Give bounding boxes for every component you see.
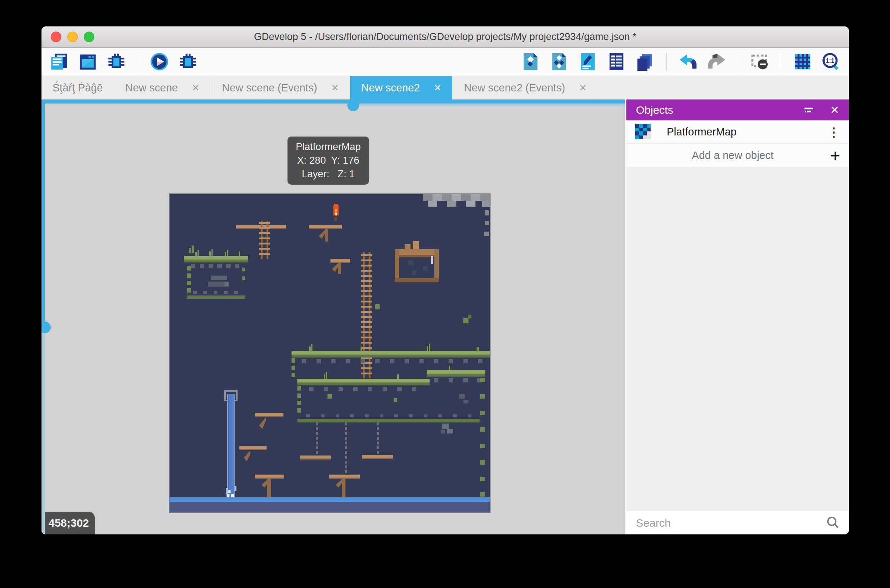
add-object-plus-icon[interactable]: + [830, 147, 840, 164]
tab-close-icon[interactable]: ✕ [579, 82, 587, 93]
objects-panel: Objects ✕ PlatformerMa [626, 99, 849, 534]
filter-icon[interactable] [802, 103, 815, 117]
objects-panel-title: Objects [636, 104, 673, 116]
tab-label: Śţàŕţ Ṗàĝē [53, 82, 103, 94]
minimize-window-button[interactable] [67, 32, 78, 42]
main-toolbar: 1:1 [42, 48, 849, 76]
main-content: PlatformerMap X: 280 Y: 176 Layer: Z: 1 … [42, 99, 849, 534]
object-menu-icon[interactable]: ⋮ [828, 126, 840, 138]
zoom-window-button[interactable] [84, 32, 95, 42]
tab-label: New scene2 [361, 82, 420, 94]
toolbar-left-group [50, 52, 198, 71]
scene-editor-canvas[interactable]: PlatformerMap X: 280 Y: 176 Layer: Z: 1 … [42, 99, 625, 534]
toolbar-right-group: 1:1 [521, 52, 841, 71]
zoom-one-to-one-icon[interactable]: 1:1 [822, 52, 841, 71]
add-object-icon[interactable] [521, 52, 540, 71]
objects-panel-empty-area [626, 167, 849, 511]
debugger-icon[interactable] [107, 52, 126, 71]
toolbar-separator [138, 52, 138, 71]
window-controls [51, 26, 95, 47]
toolbar-separator [666, 52, 667, 71]
layers-icon[interactable] [636, 52, 654, 71]
object-name: PlatformerMap [667, 126, 737, 138]
tab-label: New scene [125, 82, 178, 94]
instance-tooltip: PlatformerMap X: 280 Y: 176 Layer: Z: 1 [288, 136, 369, 184]
project-manager-icon[interactable] [50, 52, 69, 71]
svg-text:1:1: 1:1 [826, 57, 834, 64]
grid-icon[interactable] [793, 52, 812, 71]
instances-list-icon[interactable] [607, 52, 626, 71]
add-new-object-label: Add a new object [635, 149, 830, 162]
editor-tab-bar: Śţàŕţ Ṗàĝē New scene ✕ New scene (Events… [42, 76, 849, 99]
scene-map [170, 194, 490, 512]
tooltip-object-name: PlatformerMap [296, 141, 360, 153]
editor-left-border [42, 99, 45, 327]
editor-top-border-light [359, 104, 625, 106]
water [170, 497, 490, 512]
search-input[interactable] [635, 516, 825, 530]
close-panel-icon[interactable]: ✕ [830, 104, 839, 116]
window-title: GDevelop 5 - /Users/florian/Documents/GD… [254, 31, 636, 43]
tab-new-scene-events[interactable]: New scene (Events) ✕ [211, 76, 350, 99]
redo-icon[interactable] [707, 52, 726, 71]
platformer-map-instance[interactable] [170, 194, 490, 512]
tab-close-icon[interactable]: ✕ [192, 82, 200, 93]
undo-icon[interactable] [678, 52, 698, 71]
scene-editor-icon[interactable] [78, 52, 97, 71]
tooltip-position: X: 280 Y: 176 [297, 155, 359, 166]
tab-close-icon[interactable]: ✕ [331, 82, 339, 93]
search-icon [825, 515, 840, 531]
object-thumbnail [635, 124, 651, 141]
objects-search-bar [626, 511, 849, 534]
close-window-button[interactable] [51, 32, 61, 42]
mask-icon[interactable] [750, 52, 769, 71]
tab-new-scene2-events[interactable]: New scene2 (Events) ✕ [453, 76, 598, 99]
tab-label: New scene2 (Events) [464, 82, 565, 94]
tooltip-layer: Layer: Z: 1 [302, 168, 355, 180]
tab-label: New scene (Events) [222, 82, 317, 94]
objects-panel-header: Objects ✕ [626, 99, 849, 120]
tab-new-scene2[interactable]: New scene2 ✕ [350, 76, 453, 99]
object-list-item-platformermap[interactable]: PlatformerMap ⋮ [626, 120, 849, 144]
scene-properties-icon[interactable] [578, 52, 597, 71]
panel-resize-handle[interactable] [42, 321, 51, 333]
toolbar-separator [781, 52, 781, 71]
cursor-coordinates-badge: 458;302 [45, 512, 95, 534]
editor-top-border [42, 99, 625, 104]
add-new-object-row[interactable]: Add a new object + [626, 144, 849, 167]
editor-left-border-light [42, 333, 45, 534]
gdevelop-window: GDevelop 5 - /Users/florian/Documents/GD… [42, 26, 849, 534]
toolbar-separator [738, 52, 738, 71]
title-bar: GDevelop 5 - /Users/florian/Documents/GD… [42, 26, 849, 48]
debugger-profiler-icon[interactable] [179, 52, 198, 71]
play-icon[interactable] [150, 52, 169, 71]
objects-groups-icon[interactable] [550, 52, 569, 71]
tab-start-page[interactable]: Śţàŕţ Ṗàĝē [42, 76, 114, 99]
tab-close-icon[interactable]: ✕ [434, 82, 442, 93]
tab-new-scene[interactable]: New scene ✕ [114, 76, 211, 99]
